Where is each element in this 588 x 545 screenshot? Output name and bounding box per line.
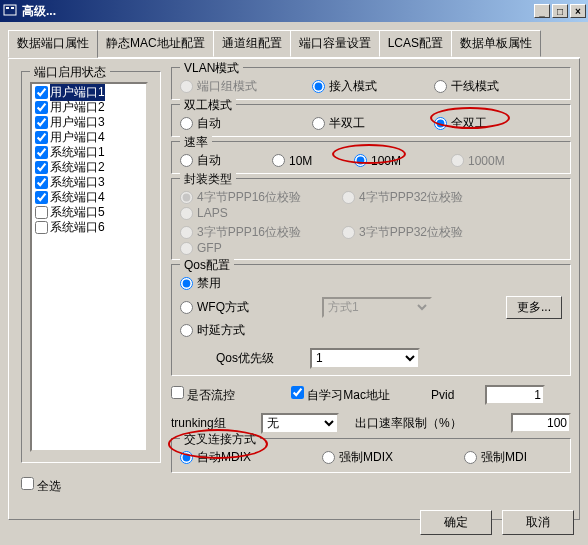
- encap-title: 封装类型: [180, 171, 236, 188]
- port-item-2[interactable]: 用户端口3: [33, 115, 145, 130]
- tab-board[interactable]: 数据单板属性: [451, 30, 541, 57]
- qos-opt-2[interactable]: 时延方式: [180, 322, 550, 339]
- qos-title: Qos配置: [180, 257, 234, 274]
- port-item-8[interactable]: 系统端口5: [33, 205, 145, 220]
- encap-r0c2: LAPS: [180, 206, 250, 220]
- cross-title: 交叉连接方式: [180, 431, 260, 448]
- qos-mode-select: 方式1: [322, 297, 432, 318]
- port-item-7[interactable]: 系统端口4: [33, 190, 145, 205]
- vlan-opt-1[interactable]: 接入模式: [312, 78, 422, 95]
- port-item-9[interactable]: 系统端口6: [33, 220, 145, 235]
- speed-opt-2[interactable]: 100M: [354, 154, 439, 168]
- tab-capacity[interactable]: 端口容量设置: [290, 30, 380, 57]
- qos-opt-0[interactable]: 禁用: [180, 275, 550, 292]
- encap-r1c1: 3字节PPP32位校验: [342, 224, 492, 241]
- encap-r1c2: GFP: [180, 241, 250, 255]
- tab-lcas[interactable]: LCAS配置: [379, 30, 452, 57]
- app-icon: [2, 3, 18, 19]
- speed-opt-1[interactable]: 10M: [272, 154, 342, 168]
- flowctrl-checkbox[interactable]: 是否流控: [171, 386, 291, 404]
- port-item-0[interactable]: 用户端口1: [33, 85, 145, 100]
- encap-r0c1: 4字节PPP32位校验: [342, 189, 492, 206]
- cross-opt-1[interactable]: 强制MDIX: [322, 449, 452, 466]
- tab-port-props[interactable]: 数据端口属性: [8, 30, 98, 58]
- qos-opt-1[interactable]: WFQ方式: [180, 299, 310, 316]
- cancel-button[interactable]: 取消: [502, 510, 574, 535]
- vlan-title: VLAN模式: [180, 60, 243, 77]
- window-title: 高级...: [22, 3, 532, 20]
- trunking-label: trunking组: [171, 415, 261, 432]
- ratelimit-label: 出口速率限制（%）: [355, 415, 462, 432]
- minimize-button[interactable]: _: [534, 4, 550, 18]
- duplex-opt-1[interactable]: 半双工: [312, 115, 422, 132]
- tab-channel[interactable]: 通道组配置: [213, 30, 291, 57]
- duplex-opt-0[interactable]: 自动: [180, 115, 300, 132]
- speed-title: 速率: [180, 134, 212, 151]
- qos-priority-label: Qos优先级: [180, 350, 310, 367]
- cross-opt-0[interactable]: 自动MDIX: [180, 449, 310, 466]
- ratelimit-input[interactable]: [511, 413, 571, 433]
- port-item-6[interactable]: 系统端口3: [33, 175, 145, 190]
- duplex-opt-2[interactable]: 全双工: [434, 115, 504, 132]
- tab-mac[interactable]: 静态MAC地址配置: [97, 30, 214, 57]
- port-enable-title: 端口启用状态: [30, 64, 110, 81]
- encap-r0c0: 4字节PPP16位校验: [180, 189, 330, 206]
- svg-rect-1: [6, 7, 9, 9]
- duplex-title: 双工模式: [180, 97, 236, 114]
- encap-r1c0: 3字节PPP16位校验: [180, 224, 330, 241]
- pvid-label: Pvid: [431, 388, 485, 402]
- autolearn-checkbox[interactable]: 自学习Mac地址: [291, 386, 431, 404]
- speed-opt-0[interactable]: 自动: [180, 152, 260, 169]
- port-listbox[interactable]: 用户端口1 用户端口2 用户端口3 用户端口4 系统端口1 系统端口2 系统端口…: [30, 82, 148, 452]
- maximize-button[interactable]: □: [552, 4, 568, 18]
- cross-opt-2[interactable]: 强制MDI: [464, 449, 534, 466]
- tab-bar: 数据端口属性 静态MAC地址配置 通道组配置 端口容量设置 LCAS配置 数据单…: [8, 30, 580, 58]
- vlan-opt-2[interactable]: 干线模式: [434, 78, 504, 95]
- trunking-select[interactable]: 无: [261, 413, 339, 434]
- ok-button[interactable]: 确定: [420, 510, 492, 535]
- svg-rect-0: [4, 5, 16, 15]
- close-button[interactable]: ×: [570, 4, 586, 18]
- pvid-input[interactable]: [485, 385, 545, 405]
- speed-opt-3: 1000M: [451, 154, 521, 168]
- qos-priority-select[interactable]: 1: [310, 348, 420, 369]
- qos-more-button[interactable]: 更多...: [506, 296, 562, 319]
- select-all-checkbox[interactable]: 全选: [21, 479, 61, 493]
- port-item-4[interactable]: 系统端口1: [33, 145, 145, 160]
- vlan-opt-0: 端口组模式: [180, 78, 300, 95]
- port-item-1[interactable]: 用户端口2: [33, 100, 145, 115]
- port-item-3[interactable]: 用户端口4: [33, 130, 145, 145]
- svg-rect-2: [11, 7, 14, 9]
- port-item-5[interactable]: 系统端口2: [33, 160, 145, 175]
